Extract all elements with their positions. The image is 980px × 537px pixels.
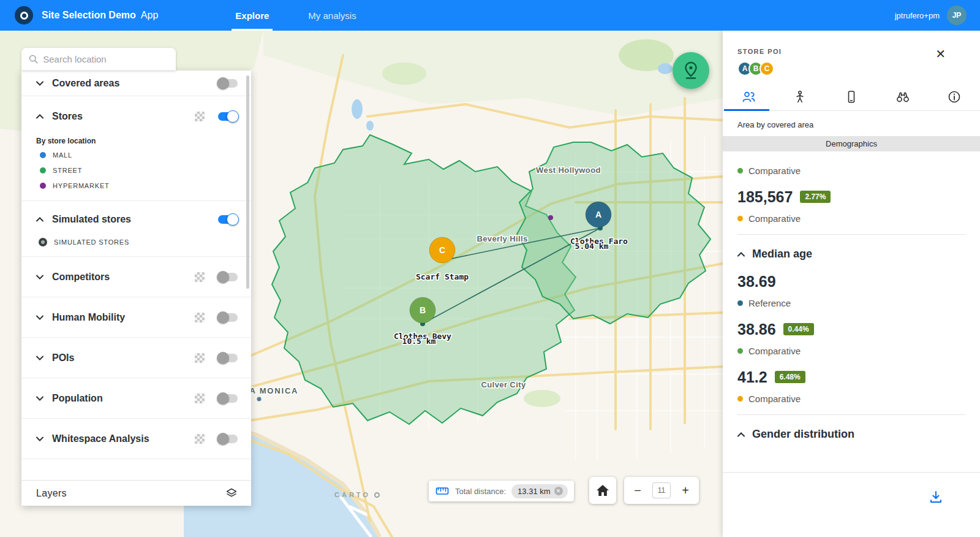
chevron-down-icon [36, 396, 43, 401]
median-age-comp1-row: 38.86 0.44% [737, 321, 965, 338]
ruler-icon[interactable] [435, 484, 450, 498]
marker-b[interactable]: B [410, 297, 435, 323]
map-reservoir [366, 121, 374, 131]
simulated-stores-toggle[interactable] [218, 215, 238, 224]
site-selection-app: Site Selection Demo App Explore My analy… [0, 0, 980, 537]
total-distance-label: Total distance: [455, 487, 506, 496]
top-navbar: Site Selection Demo App Explore My analy… [0, 0, 980, 31]
tab-mobile-data[interactable] [826, 83, 877, 110]
app-title: Site Selection Demo [42, 10, 136, 21]
city-label-culver-city: Culver City [481, 380, 526, 389]
stores-opacity-icon[interactable] [195, 112, 205, 121]
avatar[interactable]: JP [947, 6, 967, 25]
tab-explore[interactable]: Explore [232, 0, 273, 31]
layers-sidebar: Covered areas Stores By store location M… [21, 70, 251, 506]
hypermarket-store-dot[interactable] [548, 215, 553, 220]
add-simulated-store-button[interactable] [673, 52, 709, 89]
green-dot-icon [737, 168, 743, 173]
sidebar-item-competitors[interactable]: Competitors [21, 257, 251, 297]
people-icon [741, 90, 756, 104]
sidebar-item-whitespace-analysis[interactable]: Whitespace Analysis [21, 419, 251, 459]
store-chip-c[interactable]: C [760, 61, 774, 76]
map-reservoir [658, 63, 673, 74]
svg-text:C: C [439, 245, 445, 255]
sidebar-item-human-mobility[interactable]: Human Mobility [21, 297, 251, 338]
sidebar-block-simulated-stores: Simulated stores SIMULATED STORES [21, 201, 251, 257]
marker-c[interactable]: C [429, 237, 455, 263]
mobile-phone-icon [845, 90, 858, 104]
clear-distance-icon[interactable]: ✕ [554, 487, 563, 495]
marker-a[interactable]: A [586, 202, 611, 227]
distance-label-1: 5.04 km [575, 242, 609, 251]
tab-demographics[interactable] [723, 83, 774, 110]
tab-foot-traffic[interactable] [774, 83, 826, 110]
competitors-toggle[interactable] [218, 273, 238, 281]
search-input[interactable] [43, 54, 168, 64]
store-poi-panel: STORE POI ✕ A B C [723, 31, 980, 537]
search-box [21, 48, 176, 70]
map-reservoir [352, 99, 363, 119]
legend-item-mall: MALL [40, 151, 251, 159]
close-icon[interactable]: ✕ [935, 48, 946, 60]
simulated-store-dot-icon [39, 238, 47, 246]
zoom-out-button[interactable]: − [631, 484, 644, 498]
home-button[interactable] [589, 477, 616, 504]
sidebar-item-pois[interactable]: POIs [21, 338, 251, 378]
sidebar-item-population[interactable]: Population [21, 378, 251, 419]
whitespace-toggle[interactable] [218, 435, 238, 443]
map-pin-icon [683, 61, 699, 80]
app-title-suffix: App [141, 10, 158, 21]
tab-info[interactable] [929, 83, 980, 110]
pois-toggle[interactable] [218, 354, 238, 362]
download-button[interactable] [929, 490, 943, 507]
sidebar-scrollbar[interactable] [246, 75, 249, 289]
chevron-up-icon [737, 252, 745, 257]
nav-tabs: Explore My analysis [232, 0, 391, 31]
zoom-in-button[interactable]: + [679, 484, 692, 498]
pois-opacity-icon[interactable] [195, 353, 205, 363]
tab-scout[interactable] [877, 83, 929, 110]
human-mobility-toggle[interactable] [218, 313, 238, 322]
search-icon [29, 54, 38, 64]
sidebar-item-stores[interactable]: Stores [21, 96, 251, 137]
whitespace-opacity-icon[interactable] [195, 434, 205, 444]
total-distance-chip: 13.31 km ✕ [511, 484, 567, 498]
svg-text:A: A [595, 210, 601, 219]
competitors-opacity-icon[interactable] [195, 272, 205, 282]
panel-tabs [723, 83, 980, 111]
human-mobility-opacity-icon[interactable] [195, 313, 205, 322]
navbar-right: jptrufero+pm JP [895, 6, 980, 25]
zoom-level-indicator[interactable]: 11 [652, 482, 671, 498]
covered-areas-toggle[interactable] [218, 79, 238, 88]
info-icon [948, 90, 961, 104]
comp2-value: 41.2 [737, 368, 767, 386]
stores-toggle[interactable] [218, 112, 238, 121]
median-age-section-header[interactable]: Median age [737, 248, 965, 261]
blue-dot-icon [737, 300, 743, 306]
layers-footer[interactable]: Layers [21, 480, 251, 506]
legend-item-hypermarket: HYPERMARKET [40, 182, 251, 189]
panel-body: Comparative 185,567 2.77% Comparative Me… [723, 151, 980, 441]
sidebar-item-simulated-stores[interactable]: Simulated stores [21, 201, 251, 238]
population-toggle[interactable] [218, 394, 238, 403]
comparative-row: Comparative [737, 213, 965, 224]
tab-my-analysis[interactable]: My analysis [304, 0, 360, 31]
city-label-west-hollywood: West Hollywood [536, 166, 601, 175]
reference-row: Reference [737, 298, 965, 308]
area-selector[interactable]: Area by covered area [723, 111, 980, 136]
chevron-up-icon [36, 114, 43, 119]
stores-legend-title: By store location [36, 137, 251, 145]
chevron-up-icon [36, 217, 43, 222]
comparative-row: Comparative [737, 394, 965, 404]
sidebar-item-covered-areas[interactable]: Covered areas [21, 70, 251, 96]
gender-distribution-section-header[interactable]: Gender distribution [737, 428, 965, 441]
layers-icon [225, 487, 238, 500]
chevron-down-icon [36, 275, 43, 280]
chevron-up-icon [737, 432, 745, 437]
population-opacity-icon[interactable] [195, 394, 205, 403]
population-value: 185,567 [737, 188, 793, 205]
home-icon [596, 484, 609, 497]
chevron-down-icon [36, 315, 43, 320]
distance-label-2: 10.5 km [402, 337, 436, 346]
sidebar-block-stores: Stores By store location MALL STREET HYP… [21, 96, 251, 201]
